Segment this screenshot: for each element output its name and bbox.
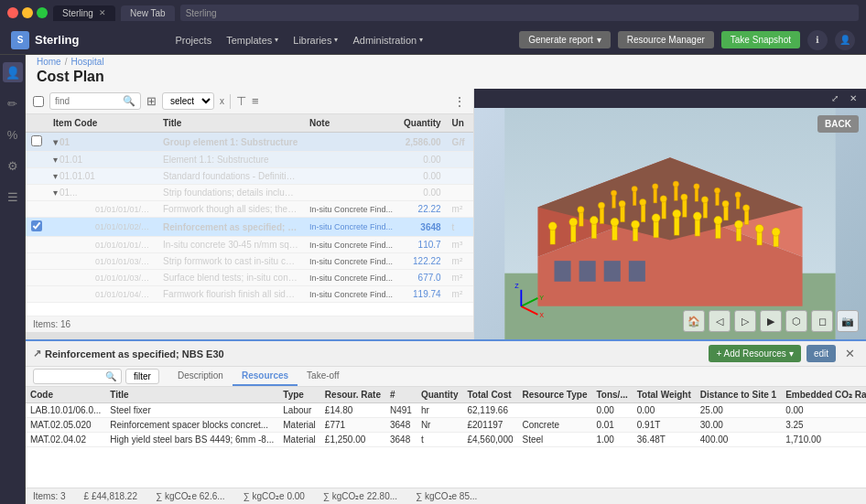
vc-forward-btn[interactable]: ▷ bbox=[734, 310, 756, 332]
nav-projects[interactable]: Projects bbox=[175, 35, 211, 46]
vc-hex-btn[interactable]: ⬡ bbox=[785, 310, 807, 332]
sidebar-icon-settings[interactable]: ⚙ bbox=[3, 155, 23, 176]
row-checkbox[interactable] bbox=[26, 133, 48, 152]
svg-point-49 bbox=[722, 200, 729, 207]
col-embedded-co2[interactable]: Embedded CO₂ Rate bbox=[781, 387, 866, 403]
user-icon-btn[interactable]: 👤 bbox=[835, 30, 855, 50]
edit-btn[interactable]: edit bbox=[806, 345, 836, 362]
layout-icon[interactable]: ≡ bbox=[252, 94, 259, 108]
breadcrumb-home[interactable]: Home bbox=[37, 57, 61, 67]
row-checkbox[interactable] bbox=[26, 201, 48, 218]
row-check-input[interactable] bbox=[31, 135, 42, 146]
bottom-search-input[interactable] bbox=[38, 371, 103, 381]
back-label: BACK bbox=[817, 115, 859, 133]
svg-rect-44 bbox=[683, 198, 687, 217]
vc-home-btn[interactable]: 🏠 bbox=[683, 310, 705, 332]
row-check-input[interactable] bbox=[31, 220, 42, 231]
col-unit[interactable]: Un bbox=[447, 114, 473, 133]
svg-point-63 bbox=[714, 188, 720, 193]
row-checkbox[interactable] bbox=[26, 218, 48, 237]
format-icon[interactable]: ⊤ bbox=[236, 94, 246, 108]
nav-administration[interactable]: Administration ▾ bbox=[352, 35, 423, 46]
col-item-code[interactable]: Item Code bbox=[48, 114, 157, 133]
expand-icon[interactable]: ▾ bbox=[53, 155, 58, 165]
tab-close-icon[interactable]: ✕ bbox=[99, 8, 106, 17]
row-checkbox[interactable] bbox=[26, 152, 48, 168]
logo-icon: S bbox=[11, 31, 29, 49]
resource-manager-btn[interactable]: Resource Manager bbox=[618, 31, 714, 48]
bottom-expand-icon[interactable]: ↗ bbox=[33, 348, 41, 359]
row-checkbox[interactable] bbox=[26, 168, 48, 185]
close-window-btn[interactable] bbox=[7, 7, 18, 18]
col-distance[interactable]: Distance to Site 1 bbox=[696, 387, 781, 403]
search-input[interactable] bbox=[55, 96, 119, 106]
vc-back-btn[interactable]: ◁ bbox=[709, 310, 731, 332]
row-quantity: 0.00 bbox=[398, 185, 447, 201]
breadcrumb-hospital[interactable]: Hospital bbox=[70, 57, 103, 67]
maximize-window-btn[interactable] bbox=[37, 7, 48, 18]
tab-takeoff[interactable]: Take-off bbox=[298, 367, 348, 386]
svg-point-35 bbox=[578, 207, 584, 213]
cell-type: Material bbox=[278, 418, 320, 433]
viewer-expand-btn[interactable]: ⤢ bbox=[828, 91, 842, 105]
row-unit: G/f bbox=[447, 133, 473, 152]
sidebar-icon-edit[interactable]: ✏ bbox=[3, 93, 23, 113]
tab-resources[interactable]: Resources bbox=[233, 367, 298, 386]
viewer-close-btn[interactable]: ✕ bbox=[846, 91, 861, 105]
col-title[interactable]: Title bbox=[105, 387, 278, 403]
minimize-window-btn[interactable] bbox=[22, 7, 33, 18]
add-resources-btn[interactable]: + Add Resources ▾ bbox=[709, 345, 800, 362]
footer-total-cost: £ £44,818.22 bbox=[84, 491, 137, 501]
expand-icon[interactable]: ▾ bbox=[53, 188, 58, 198]
info-icon-btn[interactable]: ℹ bbox=[807, 30, 828, 50]
row-checkbox[interactable] bbox=[26, 237, 48, 253]
col-total-weight[interactable]: Total Weight bbox=[633, 387, 696, 403]
filter-icon[interactable]: ⊞ bbox=[146, 94, 157, 108]
select-dropdown[interactable]: select bbox=[162, 92, 214, 110]
expand-icon[interactable]: ▾ bbox=[53, 171, 58, 181]
bottom-search-icon[interactable]: 🔍 bbox=[105, 371, 116, 381]
sidebar-icon-percent[interactable]: % bbox=[3, 124, 23, 145]
col-title[interactable]: Title bbox=[157, 114, 304, 133]
col-code[interactable]: Code bbox=[26, 387, 105, 403]
expand-icon[interactable]: ▾ bbox=[53, 137, 58, 147]
tab-description[interactable]: Description bbox=[168, 367, 233, 386]
row-checkbox[interactable] bbox=[26, 270, 48, 286]
vc-box-btn[interactable]: ◻ bbox=[811, 310, 833, 332]
row-checkbox[interactable] bbox=[26, 185, 48, 201]
cell-resource-type: Steel bbox=[518, 433, 592, 447]
col-total-cost[interactable]: Total Cost bbox=[462, 387, 517, 403]
search-icon[interactable]: 🔍 bbox=[123, 95, 135, 107]
more-options-icon[interactable]: ⋮ bbox=[453, 94, 466, 109]
col-type[interactable]: Type bbox=[278, 387, 320, 403]
close-bottom-panel-icon[interactable]: ✕ bbox=[841, 345, 859, 362]
nav-templates[interactable]: Templates ▾ bbox=[226, 35, 278, 46]
horizontal-scrollbar[interactable] bbox=[26, 332, 473, 339]
browser-tab-new[interactable]: New Tab bbox=[121, 5, 175, 21]
take-snapshot-btn[interactable]: Take Snapshot bbox=[721, 31, 800, 48]
vc-camera-btn[interactable]: 📷 bbox=[837, 310, 859, 332]
svg-rect-64 bbox=[736, 197, 740, 209]
filter-button[interactable]: filter bbox=[125, 369, 159, 384]
row-checkbox[interactable] bbox=[26, 253, 48, 270]
col-tons[interactable]: Tons/... bbox=[591, 387, 632, 403]
col-note[interactable]: Note bbox=[304, 114, 398, 133]
generate-report-btn[interactable]: Generate report ▾ bbox=[519, 31, 611, 48]
col-hash[interactable]: # bbox=[385, 387, 417, 403]
nav-libraries[interactable]: Libraries ▾ bbox=[293, 35, 338, 46]
browser-tab-sterling[interactable]: Sterling ✕ bbox=[53, 5, 115, 21]
col-resource-type[interactable]: Resource Type bbox=[518, 387, 592, 403]
svg-point-65 bbox=[735, 192, 741, 198]
col-resour-rate[interactable]: Resour. Rate bbox=[320, 387, 385, 403]
address-bar[interactable]: Sterling bbox=[180, 5, 859, 21]
sidebar-icon-menu[interactable]: ☰ bbox=[3, 187, 23, 207]
bottom-table-area[interactable]: Code Title Type Resour. Rate # Quantity … bbox=[26, 387, 866, 488]
vc-play-btn[interactable]: ▶ bbox=[760, 310, 782, 332]
col-quantity[interactable]: Quantity bbox=[398, 114, 447, 133]
select-all-checkbox[interactable] bbox=[33, 96, 44, 107]
cell-code: MAT.02.05.020 bbox=[26, 418, 105, 433]
sidebar-icon-user[interactable]: 👤 bbox=[3, 62, 23, 82]
col-quantity[interactable]: Quantity bbox=[417, 387, 463, 403]
new-tab-label: New Tab bbox=[130, 8, 166, 18]
row-checkbox[interactable] bbox=[26, 286, 48, 303]
